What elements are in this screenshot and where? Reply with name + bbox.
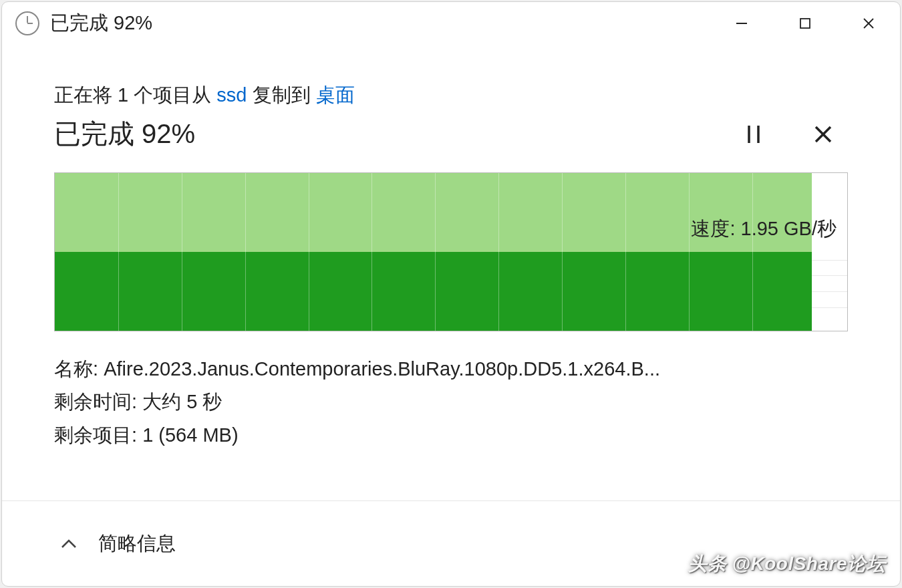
close-button[interactable] xyxy=(837,2,900,45)
time-value: 大约 5 秒 xyxy=(142,391,222,412)
chevron-up-icon xyxy=(59,535,78,553)
name-label: 名称: xyxy=(54,358,104,380)
svg-rect-1 xyxy=(800,19,810,28)
name-value: Afire.2023.Janus.Contemporaries.BluRay.1… xyxy=(104,358,660,380)
progress-header-row: 已完成 92% xyxy=(54,116,848,152)
chart-lower-area xyxy=(55,252,812,331)
minimize-button[interactable] xyxy=(710,2,773,45)
titlebar[interactable]: 已完成 92% xyxy=(2,2,900,45)
source-link[interactable]: ssd xyxy=(216,84,247,106)
action-buttons xyxy=(738,119,839,150)
progress-percentage: 已完成 92% xyxy=(54,116,195,152)
dialog-content: 正在将 1 个项目从 ssd 复制到 桌面 已完成 92% xyxy=(2,45,900,452)
copy-prefix: 正在将 1 个项目从 xyxy=(54,84,216,106)
items-value: 1 (564 MB) xyxy=(142,424,238,446)
time-label: 剩余时间: xyxy=(54,391,142,412)
bottom-toggle-bar[interactable]: 简略信息 xyxy=(2,500,900,586)
clock-icon xyxy=(15,11,39,35)
toggle-label: 简略信息 xyxy=(98,531,176,557)
detail-time-row: 剩余时间: 大约 5 秒 xyxy=(54,386,848,418)
transfer-details: 名称: Afire.2023.Janus.Contemporaries.BluR… xyxy=(54,353,848,452)
detail-items-row: 剩余项目: 1 (564 MB) xyxy=(54,419,848,452)
pause-button[interactable] xyxy=(738,119,769,150)
file-copy-dialog: 已完成 92% 正在将 1 个项目从 ssd 复制到 桌面 已完成 92% xyxy=(1,1,901,587)
detail-name-row: 名称: Afire.2023.Janus.Contemporaries.BluR… xyxy=(54,353,848,386)
window-controls xyxy=(710,2,900,45)
speed-chart[interactable]: 速度: 1.95 GB/秒 xyxy=(54,172,848,331)
copy-description: 正在将 1 个项目从 ssd 复制到 桌面 xyxy=(54,82,848,109)
items-label: 剩余项目: xyxy=(54,424,142,446)
maximize-button[interactable] xyxy=(773,2,837,45)
window-title: 已完成 92% xyxy=(50,10,152,37)
speed-value: 速度: 1.95 GB/秒 xyxy=(691,216,837,243)
destination-link[interactable]: 桌面 xyxy=(316,84,355,106)
cancel-button[interactable] xyxy=(808,119,839,150)
copy-mid: 复制到 xyxy=(247,84,315,106)
